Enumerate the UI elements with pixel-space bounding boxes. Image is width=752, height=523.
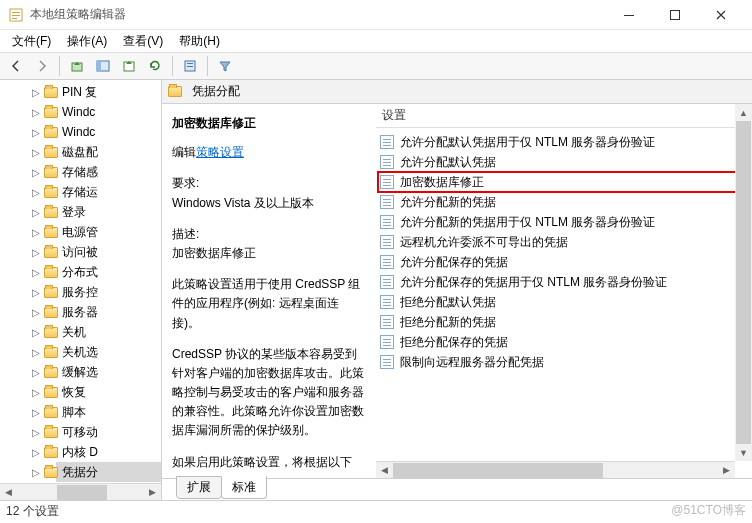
toolbar [0,52,752,80]
expand-icon[interactable]: ▷ [30,287,42,298]
expand-icon[interactable]: ▷ [30,327,42,338]
expand-icon[interactable]: ▷ [30,387,42,398]
tree-item[interactable]: ▷存储感 [56,162,161,182]
tree-item[interactable]: ▷分布式 [56,262,161,282]
show-hide-tree-button[interactable] [91,55,115,77]
expand-icon[interactable]: ▷ [30,307,42,318]
column-header-setting[interactable]: 设置 [376,104,752,128]
setting-label: 允许分配新的凭据 [400,194,496,211]
close-button[interactable] [698,0,744,30]
tree-item-label: Windc [62,125,95,139]
scroll-up-icon[interactable]: ▲ [735,104,752,121]
tree-item[interactable]: ▷访问被 [56,242,161,262]
toolbar-separator [172,56,173,76]
tree-item[interactable]: ▷电源管 [56,222,161,242]
expand-icon[interactable]: ▷ [30,407,42,418]
menu-help[interactable]: 帮助(H) [171,31,228,52]
setting-row[interactable]: 拒绝分配默认凭据 [378,292,750,312]
tree-item[interactable]: ▷服务控 [56,282,161,302]
expand-icon[interactable]: ▷ [30,267,42,278]
tree-item-label: 存储运 [62,184,98,201]
tree-item[interactable]: ▷磁盘配 [56,142,161,162]
tree-item[interactable]: ▷关机 [56,322,161,342]
setting-row[interactable]: 允许分配保存的凭据用于仅 NTLM 服务器身份验证 [378,272,750,292]
window-title: 本地组策略编辑器 [30,6,606,23]
tree-item[interactable]: ▷关机选 [56,342,161,362]
menu-view[interactable]: 查看(V) [115,31,171,52]
expand-icon[interactable]: ▷ [30,427,42,438]
description-paragraph: 此策略设置适用于使用 CredSSP 组件的应用程序(例如: 远程桌面连接)。 [172,275,366,333]
setting-row[interactable]: 加密数据库修正 [378,172,750,192]
expand-icon[interactable]: ▷ [30,447,42,458]
tree-h-scrollbar[interactable]: ◀ ▶ [0,483,161,500]
setting-label: 拒绝分配默认凭据 [400,294,496,311]
tree-item[interactable]: ▷脚本 [56,402,161,422]
tree-item[interactable]: ▷缓解选 [56,362,161,382]
export-button[interactable] [117,55,141,77]
tree-item[interactable]: ▷内核 D [56,442,161,462]
setting-row[interactable]: 允许分配新的凭据用于仅 NTLM 服务器身份验证 [378,212,750,232]
expand-icon[interactable]: ▷ [30,227,42,238]
folder-icon [44,187,58,198]
tree-item[interactable]: ▷登录 [56,202,161,222]
expand-icon[interactable]: ▷ [30,367,42,378]
tab-extended[interactable]: 扩展 [176,476,222,499]
expand-icon[interactable]: ▷ [30,107,42,118]
tree-item[interactable]: ▷Windc [56,102,161,122]
expand-icon[interactable]: ▷ [30,187,42,198]
minimize-button[interactable] [606,0,652,30]
tree-item-label: 关机 [62,324,86,341]
folder-icon [44,107,58,118]
svg-rect-12 [187,66,193,67]
setting-row[interactable]: 允许分配默认凭据 [378,152,750,172]
setting-row[interactable]: 允许分配新的凭据 [378,192,750,212]
setting-icon [380,275,394,289]
setting-label: 拒绝分配新的凭据 [400,314,496,331]
tab-standard[interactable]: 标准 [221,476,267,499]
list-v-scrollbar[interactable]: ▲ ▼ [735,104,752,461]
menu-action[interactable]: 操作(A) [59,31,115,52]
expand-icon[interactable]: ▷ [30,207,42,218]
tree-item[interactable]: ▷凭据分 [56,462,161,482]
folder-icon [44,327,58,338]
setting-row[interactable]: 允许分配保存的凭据 [378,252,750,272]
scroll-right-icon[interactable]: ▶ [144,484,161,501]
folder-icon [44,387,58,398]
scroll-left-icon[interactable]: ◀ [0,484,17,501]
expand-icon[interactable]: ▷ [30,147,42,158]
folder-icon [44,247,58,258]
edit-policy-link[interactable]: 策略设置 [196,145,244,159]
setting-icon [380,215,394,229]
properties-button[interactable] [178,55,202,77]
expand-icon[interactable]: ▷ [30,247,42,258]
forward-button[interactable] [30,55,54,77]
expand-icon[interactable]: ▷ [30,167,42,178]
setting-row[interactable]: 允许分配默认凭据用于仅 NTLM 服务器身份验证 [378,132,750,152]
maximize-button[interactable] [652,0,698,30]
refresh-button[interactable] [143,55,167,77]
setting-row[interactable]: 限制向远程服务器分配凭据 [378,352,750,372]
setting-row[interactable]: 远程机允许委派不可导出的凭据 [378,232,750,252]
expand-icon[interactable]: ▷ [30,347,42,358]
up-button[interactable] [65,55,89,77]
filter-button[interactable] [213,55,237,77]
tree-item[interactable]: ▷可移动 [56,422,161,442]
setting-row[interactable]: 拒绝分配新的凭据 [378,312,750,332]
menu-file[interactable]: 文件(F) [4,31,59,52]
expand-icon[interactable]: ▷ [30,87,42,98]
tree-item[interactable]: ▷PIN 复 [56,82,161,102]
expand-icon[interactable]: ▷ [30,127,42,138]
setting-row[interactable]: 拒绝分配保存的凭据 [378,332,750,352]
folder-icon [44,267,58,278]
tree-item-label: 脚本 [62,404,86,421]
list-h-scrollbar[interactable]: ◀ ▶ [376,461,735,478]
scroll-right-icon[interactable]: ▶ [718,462,735,479]
tree-item[interactable]: ▷服务器 [56,302,161,322]
tree-item[interactable]: ▷存储运 [56,182,161,202]
back-button[interactable] [4,55,28,77]
scroll-left-icon[interactable]: ◀ [376,462,393,479]
tree-item[interactable]: ▷Windc [56,122,161,142]
expand-icon[interactable]: ▷ [30,467,42,478]
scroll-down-icon[interactable]: ▼ [735,444,752,461]
tree-item[interactable]: ▷恢复 [56,382,161,402]
